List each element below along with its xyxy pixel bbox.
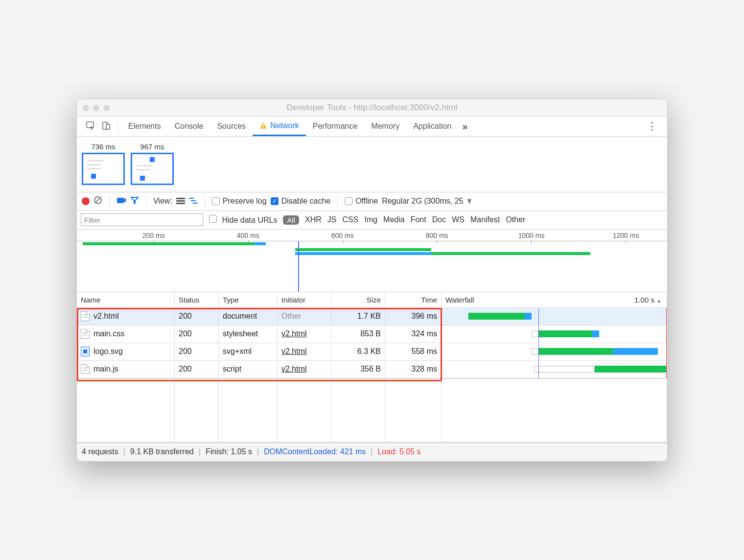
- warning-icon: [259, 122, 267, 130]
- filter-icon[interactable]: [130, 196, 139, 207]
- large-rows-icon[interactable]: [176, 196, 185, 207]
- svg-rect-4: [263, 127, 264, 128]
- filter-bar: Filter Hide data URLs All XHR JS CSS Img…: [77, 211, 667, 230]
- filter-type-ws[interactable]: WS: [452, 215, 465, 224]
- image-file-icon: [81, 347, 90, 356]
- close-window-icon[interactable]: [83, 105, 89, 111]
- divider: [146, 195, 146, 207]
- network-toolbar: View: Preserve log ✓ Disable cache Offli…: [77, 192, 667, 211]
- devtools-tabbar: Elements Console Sources Network Perform…: [77, 117, 667, 137]
- devtools-window: Developer Tools - http://localhost:3000/…: [76, 99, 668, 462]
- filter-input[interactable]: Filter: [81, 213, 203, 226]
- col-waterfall[interactable]: Waterfall 1.00 s ▲: [442, 292, 667, 307]
- svg-rect-11: [189, 198, 194, 199]
- sort-asc-icon: ▲: [656, 298, 662, 303]
- tab-application[interactable]: Application: [406, 117, 458, 136]
- table-row[interactable]: logo.svg 200 svg+xml v2.html 6.3 KB 558 …: [77, 343, 667, 361]
- filter-type-doc[interactable]: Doc: [432, 215, 446, 224]
- status-requests: 4 requests: [82, 447, 118, 456]
- filter-type-font[interactable]: Font: [411, 215, 426, 224]
- offline-checkbox[interactable]: Offline: [345, 197, 378, 206]
- table-row[interactable]: main.js 200 script v2.html 356 B 328 ms: [77, 361, 667, 378]
- file-icon: [81, 329, 90, 339]
- filter-type-all[interactable]: All: [283, 215, 299, 225]
- more-tabs-icon[interactable]: »: [458, 121, 471, 132]
- file-icon: [81, 311, 90, 321]
- svg-rect-13: [193, 203, 198, 204]
- filter-type-manifest[interactable]: Manifest: [470, 215, 500, 224]
- divider: [337, 195, 338, 207]
- col-name[interactable]: Name: [77, 292, 175, 307]
- table-row[interactable]: main.css 200 stylesheet v2.html 853 B 32…: [77, 326, 667, 343]
- filter-type-media[interactable]: Media: [383, 215, 405, 224]
- kebab-menu-icon[interactable]: ⋮: [643, 120, 662, 133]
- filmstrip-frame[interactable]: 736 ms: [82, 142, 125, 185]
- tab-console[interactable]: Console: [168, 117, 210, 136]
- svg-rect-2: [106, 124, 110, 129]
- table-header: Name Status Type Initiator Size Time Wat…: [77, 292, 667, 308]
- filter-type-xhr[interactable]: XHR: [305, 215, 322, 224]
- status-bar: 4 requests | 9.1 KB transferred | Finish…: [77, 443, 667, 461]
- tab-performance[interactable]: Performance: [306, 117, 365, 136]
- table-empty-area: [77, 379, 667, 443]
- filmstrip-thumb-icon: [131, 153, 174, 185]
- col-size[interactable]: Size: [331, 292, 385, 307]
- col-type[interactable]: Type: [219, 292, 278, 307]
- tab-network[interactable]: Network: [253, 117, 306, 136]
- inspect-element-icon[interactable]: [86, 121, 95, 132]
- status-load: Load: 5.05 s: [377, 447, 420, 456]
- preserve-log-checkbox[interactable]: Preserve log: [212, 197, 267, 206]
- filmstrip-frame[interactable]: 967 ms: [131, 142, 174, 185]
- tab-memory[interactable]: Memory: [364, 117, 406, 136]
- col-status[interactable]: Status: [175, 292, 219, 307]
- filter-type-js[interactable]: JS: [327, 215, 337, 224]
- minimize-window-icon[interactable]: [93, 105, 99, 111]
- device-toggle-icon[interactable]: [101, 121, 111, 132]
- filter-type-css[interactable]: CSS: [343, 215, 359, 224]
- svg-rect-7: [117, 198, 124, 203]
- svg-rect-9: [176, 200, 185, 202]
- hide-data-urls-checkbox[interactable]: Hide data URLs: [209, 215, 277, 225]
- chevron-down-icon: ▼: [465, 197, 473, 205]
- window-controls: [77, 105, 110, 111]
- window-title: Developer Tools - http://localhost:3000/…: [77, 103, 667, 113]
- view-label: View:: [153, 197, 172, 206]
- screenshot-icon[interactable]: [116, 196, 126, 206]
- svg-rect-12: [191, 200, 196, 201]
- col-initiator[interactable]: Initiator: [278, 292, 331, 307]
- svg-rect-3: [263, 124, 264, 127]
- svg-rect-0: [87, 122, 93, 128]
- filmstrip-thumb-icon: [82, 153, 125, 185]
- clear-icon[interactable]: [93, 196, 102, 207]
- throttle-select[interactable]: Regular 2G (300ms, 25 ▼: [382, 197, 473, 206]
- filter-type-img[interactable]: Img: [364, 215, 377, 224]
- svg-line-6: [95, 198, 100, 203]
- record-icon[interactable]: [82, 197, 90, 205]
- status-transferred: 9.1 KB transferred: [130, 447, 194, 456]
- network-table: Name Status Type Initiator Size Time Wat…: [77, 292, 667, 379]
- svg-rect-8: [176, 198, 185, 199]
- timeline-overview[interactable]: 200 ms 400 ms 600 ms 800 ms 1000 ms 1200…: [77, 230, 667, 292]
- status-domcontentloaded: DOMContentLoaded: 421 ms: [264, 447, 366, 456]
- filmstrip: 736 ms 967 ms: [77, 137, 667, 192]
- divider: [118, 120, 118, 132]
- waterfall-view-icon[interactable]: [189, 196, 198, 207]
- status-finish: Finish: 1.05 s: [206, 447, 252, 456]
- col-time[interactable]: Time: [385, 292, 442, 307]
- tab-sources[interactable]: Sources: [210, 117, 253, 136]
- file-icon: [81, 364, 90, 374]
- tab-elements[interactable]: Elements: [121, 117, 168, 136]
- zoom-window-icon[interactable]: [103, 105, 110, 111]
- disable-cache-checkbox[interactable]: ✓ Disable cache: [271, 197, 331, 206]
- divider: [109, 195, 110, 207]
- titlebar: Developer Tools - http://localhost:3000/…: [77, 99, 667, 117]
- filter-type-other[interactable]: Other: [506, 215, 525, 224]
- divider: [205, 195, 205, 207]
- table-row[interactable]: v2.html 200 document Other 1.7 KB 396 ms: [77, 308, 667, 326]
- svg-rect-10: [176, 203, 185, 204]
